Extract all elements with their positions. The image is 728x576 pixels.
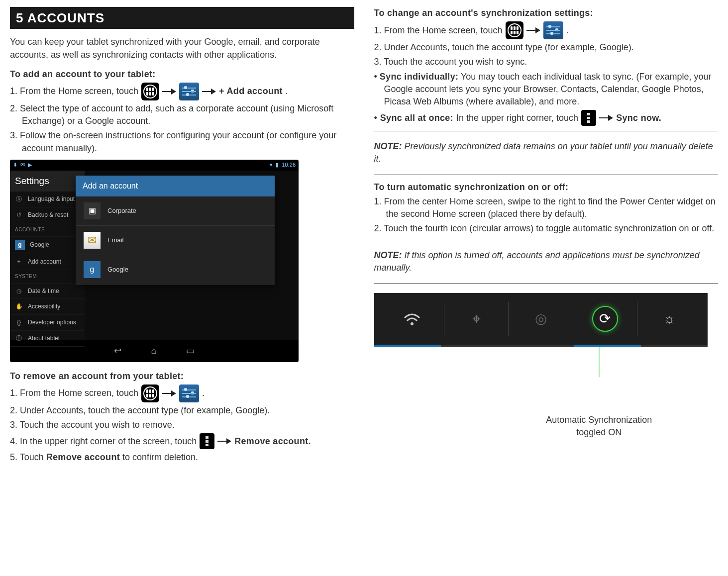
wifi-icon: ▾ — [270, 161, 273, 169]
sidebar-item-backup[interactable]: ↺Backup & reset — [10, 207, 85, 223]
globe-icon: Ⓐ — [15, 195, 23, 203]
widget-sync[interactable]: ⟳ — [573, 302, 637, 336]
android-screenshot: ⬇ ✉ ▶ ▾ ▮ 10:26 Settings ⒶLanguage & inp… — [10, 160, 299, 362]
plus-icon: + — [15, 258, 23, 266]
sidebar-item-about[interactable]: ⓘAbout tablet — [10, 331, 85, 347]
bullet-sync-all: • Sync all at once: In the upper right c… — [374, 110, 719, 126]
sidebar-title: Settings — [10, 171, 85, 192]
back-icon[interactable]: ↩ — [114, 345, 121, 357]
mail-icon: ✉ — [20, 161, 25, 169]
sidebar-item-add-account[interactable]: +Add account — [10, 254, 85, 270]
power-center-widget: ⌖ ◎ ⟳ ☼ — [374, 293, 708, 345]
email-icon: ✉ — [84, 232, 101, 249]
clock-icon: ◷ — [15, 287, 23, 295]
add-account-dialog: Add an account ▣Corporate ✉Email gGoogle — [76, 176, 275, 285]
change-sync-head: To change an account's synchronization s… — [374, 7, 719, 19]
sidebar-item-accessibility[interactable]: ✋Accessibility — [10, 299, 85, 315]
apps-icon — [141, 384, 159, 402]
info-icon: ⓘ — [15, 334, 23, 342]
change-step-1: 1. From the Home screen, touch . — [374, 21, 719, 39]
wifi-icon — [403, 312, 421, 326]
dialog-row-email[interactable]: ✉Email — [76, 226, 275, 255]
add-step-1: 1. From the Home screen, touch + Add acc… — [10, 83, 354, 100]
status-right: ▾ ▮ 10:26 — [270, 161, 296, 169]
settings-icon — [179, 83, 199, 100]
gps-icon: ◎ — [535, 309, 547, 328]
text: 4. In the upper right corner of the scre… — [10, 435, 197, 448]
arrow-icon — [162, 391, 176, 396]
play-icon: ▶ — [28, 161, 32, 169]
text: . — [286, 85, 288, 97]
sidebar-item-language[interactable]: ⒶLanguage & input — [10, 192, 85, 207]
divider — [374, 131, 719, 131]
sidebar-item-date[interactable]: ◷Date & time — [10, 284, 85, 299]
arrow-icon — [202, 89, 216, 94]
remove-step-4: 4. In the upper right corner of the scre… — [10, 433, 354, 449]
bullet-sync-individually: • Sync individually: You may touch each … — [374, 71, 719, 108]
remove-step-3: 3. Touch the account you wish to remove. — [10, 419, 354, 431]
widget-brightness[interactable]: ☼ — [637, 302, 701, 336]
section-header: 5 ACCOUNTS — [10, 7, 354, 29]
dialog-title: Add an account — [76, 176, 275, 196]
note-label: NOTE: — [374, 141, 402, 151]
sync-icon: ⟳ — [592, 306, 618, 332]
bluetooth-icon: ⌖ — [472, 308, 481, 329]
add-step-2: 2. Select the type of account to add, su… — [10, 102, 354, 127]
status-bar: ⬇ ✉ ▶ ▾ ▮ 10:26 — [10, 160, 299, 171]
text: 1. From the Home screen, touch — [10, 85, 138, 97]
braces-icon: {} — [15, 319, 23, 327]
remove-step-1: 1. From the Home screen, touch . — [10, 384, 354, 402]
text: 5. Touch — [10, 452, 46, 462]
text: . — [566, 24, 569, 37]
google-icon: g — [15, 240, 25, 250]
text: 1. From the Home screen, touch — [10, 387, 138, 399]
add-step-3: 3. Follow the on-screen instructions for… — [10, 129, 354, 154]
text: In the upper right corner, touch — [456, 112, 578, 124]
remove-step-2: 2. Under Accounts, touch the account typ… — [10, 404, 354, 417]
arrow-icon — [599, 115, 613, 120]
overflow-menu-icon — [200, 433, 214, 449]
auto-step-1: 1. From the center Home screen, swipe to… — [374, 195, 719, 220]
text: . — [202, 387, 205, 399]
sync-now-label: Sync now. — [616, 112, 661, 124]
note-1: NOTE: Previously synchronized data remai… — [374, 140, 719, 165]
change-step-3: 3. Touch the account you wish to sync. — [374, 56, 719, 68]
apps-icon — [141, 83, 159, 100]
settings-icon — [543, 21, 563, 39]
text: to confirm deletion. — [120, 452, 198, 462]
auto-step-2: 2. Touch the fourth icon (circular arrow… — [374, 222, 719, 235]
arrow-icon — [162, 89, 176, 94]
brightness-icon: ☼ — [663, 309, 676, 328]
home-icon[interactable]: ⌂ — [151, 345, 157, 357]
google-icon: g — [84, 261, 101, 278]
callout-line — [599, 347, 599, 377]
widget-gps[interactable]: ◎ — [509, 302, 573, 336]
sidebar-item-google[interactable]: gGoogle — [10, 237, 85, 254]
note-body: Previously synchronized data remains on … — [374, 141, 713, 164]
sync-all-label: Sync all at once: — [380, 112, 453, 124]
divider — [374, 284, 719, 284]
remove-account-head: To remove an account from your tablet: — [10, 370, 354, 383]
download-icon: ⬇ — [13, 161, 17, 169]
overflow-menu-icon — [581, 110, 596, 126]
status-left: ⬇ ✉ ▶ — [13, 161, 32, 169]
corporate-icon: ▣ — [84, 202, 101, 219]
auto-sync-head: To turn automatic synchronization on or … — [374, 181, 719, 193]
caption-line-2: toggled ON — [546, 426, 652, 439]
remove-step-5: 5. Touch Remove account to confirm delet… — [10, 451, 354, 464]
clock: 10:26 — [282, 161, 296, 169]
sidebar-item-developer[interactable]: {}Developer options — [10, 315, 85, 331]
dialog-row-google[interactable]: gGoogle — [76, 255, 275, 285]
remove-account-bold: Remove account — [46, 452, 120, 462]
add-account-head: To add an account to your tablet: — [10, 68, 354, 81]
backup-icon: ↺ — [15, 211, 23, 219]
widget-bluetooth[interactable]: ⌖ — [444, 302, 509, 336]
hand-icon: ✋ — [15, 303, 23, 311]
widget-wifi[interactable] — [380, 302, 444, 336]
apps-icon — [506, 21, 523, 39]
widget-underline — [374, 345, 708, 347]
sidebar-section-accounts: ACCOUNTS — [10, 223, 85, 237]
divider — [374, 175, 719, 175]
dialog-row-corporate[interactable]: ▣Corporate — [76, 196, 275, 226]
recents-icon[interactable]: ▭ — [186, 345, 195, 357]
